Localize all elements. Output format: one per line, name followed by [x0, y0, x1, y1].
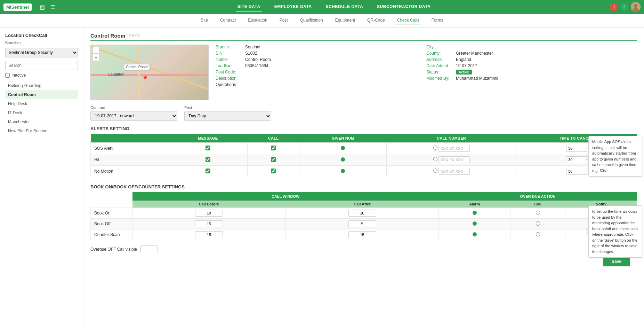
sin-value: S1002	[245, 51, 257, 56]
contract-label: Contract	[90, 106, 177, 110]
city-label: City:	[426, 45, 454, 49]
overdue-input[interactable]	[140, 245, 158, 253]
subnav-equipment[interactable]: Equipment	[333, 17, 357, 24]
table-row: Counter Scan	[91, 229, 637, 240]
map-zoom-in[interactable]: +	[92, 47, 99, 54]
subnav-site[interactable]: Site	[199, 17, 210, 24]
menu-icon[interactable]: ☰	[50, 4, 55, 10]
sidebar-item-building-guarding[interactable]: Building-Guarding	[5, 81, 78, 90]
status-label: Status:	[426, 70, 454, 75]
nav-subcontractor-data[interactable]: SUBCONTRACTOR DATA	[375, 2, 432, 11]
counter-call-after	[285, 229, 439, 240]
bookon-sub-call-after: Call After	[285, 201, 439, 208]
contract-post-row: Contract 19-07-2017 - onward Post Day Du…	[90, 106, 637, 121]
save-button[interactable]: Save	[603, 257, 630, 266]
sos-message-checkbox[interactable]	[206, 146, 210, 150]
sos-radio[interactable]	[433, 146, 437, 150]
info-date-added: Date Added: 19-07-2017	[426, 63, 637, 68]
subnav-qualification[interactable]: Qualification	[298, 17, 325, 24]
main-content: Control Room S1002 Loughton Control Room…	[83, 28, 644, 328]
landline-value: 0606411694	[245, 63, 268, 68]
branch-label: Branch:	[216, 45, 243, 49]
map-info-row: Loughton Control Room 📍 + − Branch: Sent…	[90, 45, 637, 100]
sidebar-item-control-room[interactable]: Control Room	[5, 90, 78, 99]
logo[interactable]: MiSentinel	[3, 3, 32, 11]
alert-name-nomotion: No Motion	[91, 166, 168, 177]
top-right-controls: 11 2	[610, 2, 641, 12]
branches-list: Building-Guarding Control Room Help Desk…	[5, 81, 78, 135]
book-off-call-after[interactable]	[348, 220, 376, 227]
book-off-call-radio[interactable]	[536, 221, 540, 226]
subnav-check-calls[interactable]: Check Calls	[395, 17, 421, 24]
info-city: City:	[426, 45, 637, 49]
inactive-checkbox[interactable]	[5, 73, 10, 78]
sos-time-input[interactable]	[566, 145, 587, 152]
book-on-call-after[interactable]	[348, 210, 376, 217]
map-zoom-out[interactable]: −	[92, 54, 99, 61]
map-place-label: Loughton	[108, 72, 124, 76]
map-popup-label: Control Room	[124, 64, 150, 70]
bookon-call-after	[285, 208, 439, 219]
contract-select[interactable]: 19-07-2017 - onward	[90, 111, 177, 121]
nav-employee-data[interactable]: EMPLOYEE DATA	[273, 2, 314, 11]
sidebar-item-help-desk[interactable]: Help Desk	[5, 99, 78, 108]
hit-time-input[interactable]	[566, 156, 587, 163]
map-road-vertical	[138, 45, 140, 100]
subnav-forms[interactable]: Forms	[430, 17, 445, 24]
sidebar-item-manchester[interactable]: Manchester	[5, 117, 78, 126]
info-county: County: Greater Manchester	[426, 51, 637, 56]
table-row: No Motion	[91, 166, 637, 177]
nav-site-data[interactable]: SITE DATA	[236, 2, 262, 11]
counter-call-before[interactable]	[195, 231, 223, 238]
chart-icon[interactable]: ▨	[40, 4, 45, 10]
subnav-post[interactable]: Post	[278, 17, 290, 24]
book-off-call-before[interactable]	[195, 220, 223, 227]
hit-call-checkbox[interactable]	[271, 157, 276, 162]
user-avatar[interactable]	[631, 2, 641, 12]
sos-call-checkbox[interactable]	[271, 146, 276, 150]
subnav-contract[interactable]: Contract	[218, 17, 238, 24]
bookon-header-sub: Call Before Call After Alarm Call Notify	[91, 201, 637, 208]
postcode-label: Post Code:	[216, 70, 243, 75]
counter-call-after[interactable]	[348, 231, 376, 238]
save-button-row: Save	[90, 257, 637, 266]
counter-alarm	[439, 229, 510, 240]
book-on-call-radio[interactable]	[536, 211, 540, 215]
info-postcode: Post Code:	[216, 70, 426, 75]
hit-radio[interactable]	[433, 157, 437, 161]
sidebar-item-it-desk[interactable]: IT Desk	[5, 108, 78, 117]
branch-select[interactable]: Sentinal Group Security	[5, 48, 78, 57]
top-nav: MiSentinel ▨ ☰ SITE DATA EMPLOYEE DATA S…	[0, 0, 644, 14]
info-modified: Modified By: Muhammad Muzammil	[426, 76, 637, 81]
branches-subtitle: Branches	[5, 41, 78, 45]
notification-badge-2[interactable]: 2	[620, 3, 628, 11]
nomotion-time-input[interactable]	[566, 168, 587, 175]
book-on-call-before[interactable]	[195, 210, 223, 217]
book-on-alarm-dot	[473, 211, 477, 215]
hit-message-checkbox[interactable]	[206, 157, 210, 162]
map-container[interactable]: Loughton Control Room 📍 + −	[90, 45, 209, 100]
notification-badge-1[interactable]: 11	[610, 3, 618, 11]
counter-call-radio[interactable]	[536, 232, 540, 236]
alerts-col-call: CALL	[248, 134, 299, 143]
nomotion-phone-input[interactable]	[438, 168, 470, 175]
inactive-checkbox-row: Inactive	[5, 73, 78, 78]
sidebar-item-new-site[interactable]: New Site For Sentinel	[5, 126, 78, 135]
subnav-escalation[interactable]: Escalation	[246, 17, 269, 24]
nomotion-radio[interactable]	[433, 169, 437, 173]
post-select[interactable]: Day Duty	[184, 111, 271, 121]
nav-schedule-data[interactable]: SCHEDULE DATA	[324, 2, 365, 11]
sos-phone-input[interactable]	[438, 145, 470, 152]
subnav-qrcode[interactable]: QR-Code	[365, 17, 387, 24]
post-field: Post Day Duty	[184, 106, 271, 121]
nomotion-call-checkbox[interactable]	[271, 169, 276, 173]
search-input[interactable]	[5, 61, 78, 70]
alert-sos-call-number	[387, 143, 516, 154]
hit-phone-input[interactable]	[438, 156, 470, 163]
control-room-title: Control Room	[90, 33, 125, 39]
inactive-label: Inactive	[11, 73, 26, 78]
status-badge: Active	[456, 70, 472, 75]
alert-nomotion-given-num	[299, 166, 387, 177]
sin-badge: S1002	[129, 34, 140, 38]
nomotion-message-checkbox[interactable]	[206, 169, 210, 173]
